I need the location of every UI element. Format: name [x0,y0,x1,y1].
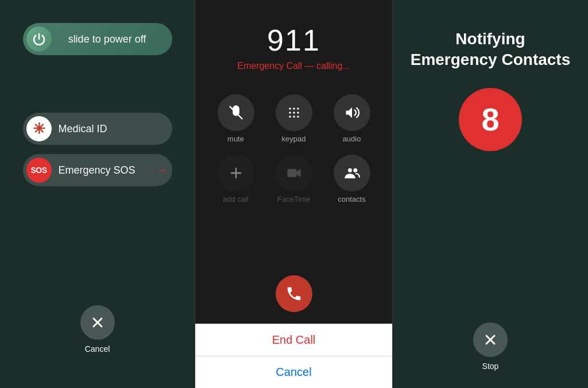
slide-power-label: slide to power off [52,33,163,45]
medical-id-button[interactable]: ✳ Medical ID [23,113,172,145]
svg-point-11 [297,116,299,118]
end-call-phone-area [195,275,392,318]
svg-point-7 [293,112,295,114]
svg-point-10 [293,116,295,118]
svg-point-14 [353,168,357,172]
countdown-circle: 8 [459,88,522,151]
svg-point-8 [297,112,299,114]
facetime-circle [276,155,312,191]
svg-point-3 [289,107,291,110]
call-screen: 911 Emergency Call — calling... mute [195,0,392,388]
call-controls: mute keypad [195,94,392,203]
countdown-number: 8 [481,101,499,138]
end-call-button[interactable]: End Call [195,324,392,356]
cancel-label: Cancel [85,344,110,354]
add-call-label: add call [223,195,249,203]
end-call-area: End Call Cancel [195,275,392,388]
end-call-label: End Call [272,333,316,347]
audio-button[interactable]: audio [328,94,375,143]
mute-label: mute [227,135,244,143]
cancel-button[interactable] [80,305,115,340]
mute-button[interactable]: mute [212,94,259,143]
contacts-circle [334,155,370,191]
audio-label: audio [343,135,361,143]
cancel-area: Cancel [80,305,115,354]
sos-icon: SOS [26,157,52,183]
facetime-label: FaceTime [277,195,310,203]
svg-rect-12 [287,169,296,177]
add-call-button: add call [212,155,259,203]
keypad-circle [276,94,312,131]
facetime-button: FaceTime [270,155,317,203]
add-call-circle [218,155,254,191]
audio-circle [334,94,370,131]
medical-id-label: Medical ID [52,123,163,135]
contacts-button[interactable]: contacts [328,155,375,203]
svg-point-9 [289,116,291,118]
call-number: 911 [267,23,320,57]
stop-area: Stop [473,322,508,371]
sos-arrow-icon: → [157,164,168,176]
keypad-button[interactable]: keypad [270,94,317,143]
svg-point-5 [297,107,299,110]
slide-to-power-off-button[interactable]: slide to power off [23,23,172,55]
power-off-panel: slide to power off ✳ Medical ID SOS Emer… [0,0,195,388]
keypad-label: keypad [282,135,306,143]
emergency-sos-label: Emergency SOS [52,164,163,176]
svg-point-4 [293,107,295,110]
notifying-title: Notifying Emergency Contacts [410,29,571,71]
cancel-call-label: Cancel [276,366,311,379]
stop-label: Stop [482,362,499,371]
active-call-panel: 911 Emergency Call — calling... mute [195,0,393,388]
end-call-phone-button[interactable] [276,275,312,312]
emergency-contacts-panel: Notifying Emergency Contacts 8 Stop [393,0,588,388]
svg-point-6 [289,112,291,114]
power-icon [26,26,52,52]
svg-point-13 [348,168,352,172]
contacts-label: contacts [338,195,365,203]
emergency-sos-button[interactable]: SOS Emergency SOS → [23,154,172,186]
mute-circle [218,94,254,131]
stop-button[interactable] [473,322,508,357]
call-status: Emergency Call — calling... [237,61,350,71]
medical-icon: ✳ [26,116,52,141]
cancel-call-button[interactable]: Cancel [195,356,392,388]
